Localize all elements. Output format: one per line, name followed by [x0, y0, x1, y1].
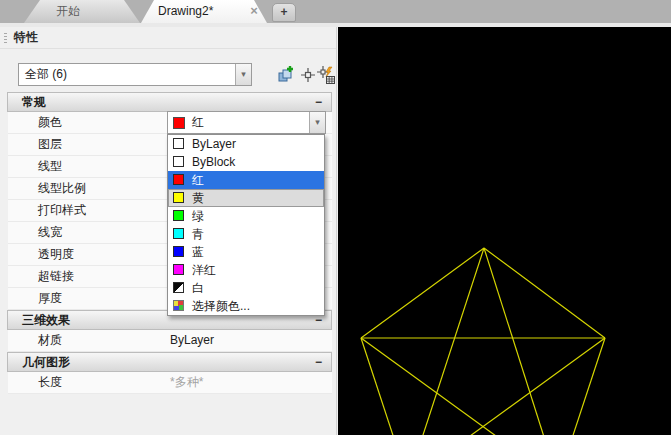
color-value-combo[interactable]: 红 ▾ — [167, 111, 326, 134]
palette-title: 特性 — [14, 30, 38, 44]
color-swatch — [173, 117, 185, 129]
property-label: 材质 — [38, 330, 62, 351]
color-dropdown-item-label: 蓝 — [192, 245, 204, 259]
cad-line-entity[interactable] — [558, 338, 605, 435]
file-tab-bar: 开始 Drawing2* × + — [0, 0, 671, 23]
app-window: { "tab_bar": { "start_tab": "开始", "activ… — [0, 0, 671, 435]
color-swatch — [173, 282, 184, 293]
selection-filter-value: 全部 (6) — [25, 64, 67, 85]
color-dropdown-item[interactable]: 红 — [168, 171, 324, 189]
color-dropdown-item-label: 黄 — [192, 191, 204, 205]
color-dropdown-item[interactable]: 绿 — [168, 207, 324, 225]
color-dropdown-list: ByLayer ByBlock 红 黄 绿 青 蓝 洋红 白 选择颜色... — [167, 134, 325, 316]
palette-title-bar[interactable]: 特性 — [0, 27, 336, 49]
property-label: 线型比例 — [38, 178, 86, 199]
toggle-pickadd-icon[interactable] — [316, 65, 336, 85]
selection-filter-combo[interactable]: 全部 (6) ▾ — [18, 63, 252, 86]
color-dropdown-item-label: 红 — [192, 173, 204, 187]
color-dropdown-item[interactable]: 选择颜色... — [168, 297, 324, 315]
material-value[interactable]: ByLayer — [170, 330, 214, 351]
color-swatch — [173, 192, 184, 203]
tab-start[interactable]: 开始 — [24, 0, 140, 23]
property-label: 线型 — [38, 156, 62, 177]
color-swatch — [173, 246, 184, 257]
color-dropdown-item-label: 绿 — [192, 209, 204, 223]
color-dropdown-item-label: 白 — [192, 281, 204, 295]
color-dropdown-item[interactable]: 白 — [168, 279, 324, 297]
drag-grip-icon[interactable] — [4, 33, 7, 44]
property-label: 长度 — [38, 372, 62, 393]
new-tab-button[interactable]: + — [272, 3, 296, 22]
close-tab-icon[interactable]: × — [246, 3, 262, 19]
property-row-length[interactable]: 长度 *多种* — [8, 372, 332, 394]
quick-select-icon[interactable] — [276, 65, 296, 85]
collapse-minus-icon[interactable]: − — [315, 93, 322, 111]
property-label: 线宽 — [38, 222, 62, 243]
cad-line-entity[interactable] — [408, 338, 605, 435]
pentagon-star-drawing — [338, 27, 671, 435]
property-label: 厚度 — [38, 288, 62, 309]
color-swatch — [173, 210, 184, 221]
collapse-minus-icon[interactable]: − — [315, 353, 322, 371]
section-header-general[interactable]: 常规 − — [7, 92, 332, 112]
color-dropdown-item-label: ByBlock — [192, 155, 235, 169]
chevron-down-icon[interactable]: ▾ — [309, 112, 325, 133]
property-label: 图层 — [38, 134, 62, 155]
color-dropdown-item[interactable]: 蓝 — [168, 243, 324, 261]
color-value: 红 — [192, 112, 204, 133]
cad-line-entity[interactable] — [484, 248, 605, 338]
color-dropdown-item-label: ByLayer — [192, 137, 236, 151]
cad-line-entity[interactable] — [361, 248, 484, 338]
section-title: 三维效果 — [22, 313, 70, 327]
color-dropdown-item[interactable]: 黄 — [168, 189, 324, 207]
cad-line-entity[interactable] — [361, 338, 408, 435]
color-swatch — [173, 264, 184, 275]
property-label: 颜色 — [38, 112, 62, 133]
section-title: 常规 — [22, 95, 46, 109]
chevron-down-icon[interactable]: ▾ — [235, 64, 251, 85]
color-dropdown-item[interactable]: 洋红 — [168, 261, 324, 279]
section-title: 几何图形 — [22, 355, 70, 369]
color-swatch — [173, 174, 184, 185]
select-objects-icon[interactable] — [298, 65, 318, 85]
color-dropdown-item-label: 洋红 — [192, 263, 216, 277]
color-swatch — [173, 156, 184, 167]
drawing-canvas[interactable] — [338, 27, 671, 435]
color-dropdown-item-label: 选择颜色... — [192, 299, 250, 313]
color-dropdown-item[interactable]: ByLayer — [168, 135, 324, 153]
property-label: 打印样式 — [38, 200, 86, 221]
property-label: 超链接 — [38, 266, 74, 287]
color-swatch — [173, 300, 184, 311]
length-value: *多种* — [170, 372, 203, 393]
property-row-material[interactable]: 材质 ByLayer — [8, 330, 332, 352]
color-dropdown-item[interactable]: 青 — [168, 225, 324, 243]
color-swatch — [173, 228, 184, 239]
property-label: 透明度 — [38, 244, 74, 265]
color-dropdown-item-label: 青 — [192, 227, 204, 241]
color-swatch — [173, 138, 184, 149]
section-header-geometry[interactable]: 几何图形 − — [7, 352, 332, 372]
color-dropdown-item[interactable]: ByBlock — [168, 153, 324, 171]
